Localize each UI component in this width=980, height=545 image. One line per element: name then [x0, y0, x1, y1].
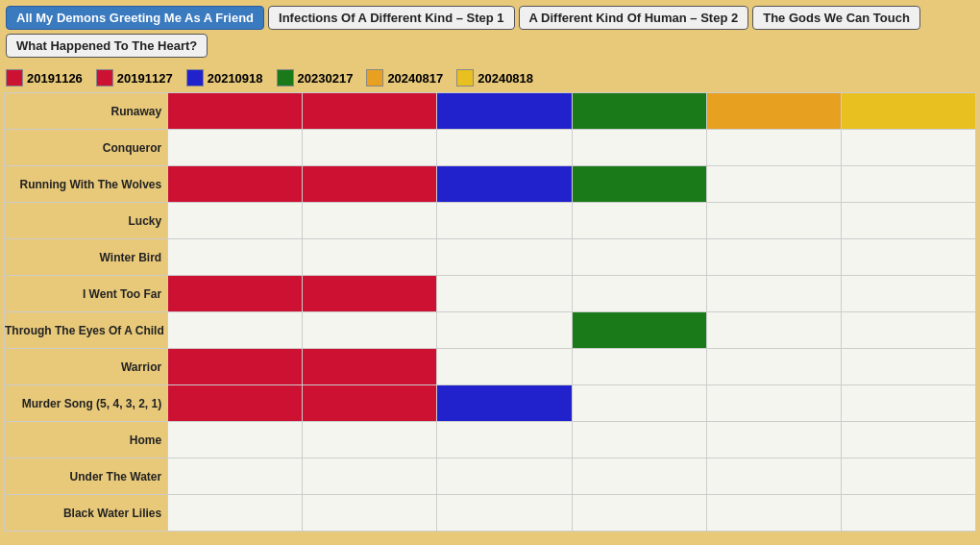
legend-item-4: 20240817 [366, 69, 443, 87]
cell-8-1 [303, 385, 437, 422]
cell-8-4 [706, 385, 841, 422]
song-label-4: Winter Bird [5, 239, 168, 276]
song-label-7: Warrior [5, 349, 168, 385]
cell-0-4 [706, 93, 841, 130]
cell-8-0 [168, 385, 303, 422]
cell-2-4 [706, 166, 841, 203]
cell-0-1 [303, 93, 437, 130]
cell-3-5 [841, 203, 975, 239]
cell-7-4 [706, 349, 841, 385]
cell-10-3 [572, 458, 706, 495]
cell-9-0 [168, 422, 303, 458]
cell-0-5 [841, 93, 975, 130]
legend-item-3: 20230217 [277, 69, 354, 87]
cell-3-0 [168, 203, 303, 239]
legend-item-5: 20240818 [456, 69, 533, 87]
cell-6-3 [572, 312, 706, 349]
cell-2-1 [303, 166, 437, 203]
cell-2-3 [572, 166, 706, 203]
cell-11-0 [168, 495, 303, 532]
cell-11-3 [572, 495, 706, 532]
cell-1-1 [303, 130, 437, 166]
nav-btn-0[interactable]: All My Demons Greeting Me As A Friend [6, 6, 264, 30]
table-row: Murder Song (5, 4, 3, 2, 1) [5, 385, 976, 422]
cell-4-3 [572, 239, 706, 276]
cell-3-4 [706, 203, 841, 239]
cell-2-2 [437, 166, 572, 203]
legend-date-4: 20240817 [387, 71, 443, 86]
cell-1-0 [168, 130, 303, 166]
cell-11-5 [841, 495, 975, 532]
song-label-10: Under The Water [5, 458, 168, 495]
cell-6-0 [168, 312, 303, 349]
legend-color-5 [456, 69, 474, 87]
song-label-0: Runaway [5, 93, 168, 130]
cell-1-2 [437, 130, 572, 166]
cell-11-4 [706, 495, 841, 532]
nav-btn-4[interactable]: What Happened To The Heart? [6, 34, 208, 58]
legend-date-5: 20240818 [478, 71, 533, 86]
cell-5-1 [303, 276, 437, 312]
cell-9-2 [437, 422, 572, 458]
cell-10-1 [303, 458, 437, 495]
cell-8-3 [572, 385, 706, 422]
cell-9-5 [841, 422, 975, 458]
cell-5-4 [706, 276, 841, 312]
cell-1-4 [706, 130, 841, 166]
cell-9-4 [706, 422, 841, 458]
cell-6-1 [303, 312, 437, 349]
cell-0-0 [168, 93, 303, 130]
cell-0-3 [572, 93, 706, 130]
table-row: Runaway [5, 93, 976, 130]
table-row: Winter Bird [5, 239, 976, 276]
cell-6-5 [841, 312, 975, 349]
table-row: Lucky [5, 203, 976, 239]
legend-item-1: 20191127 [96, 69, 173, 87]
cell-2-5 [841, 166, 975, 203]
song-label-6: Through The Eyes Of A Child [5, 312, 168, 349]
cell-10-4 [706, 458, 841, 495]
legend-date-0: 20191126 [27, 71, 83, 86]
cell-11-1 [303, 495, 437, 532]
cell-3-3 [572, 203, 706, 239]
cell-4-4 [706, 239, 841, 276]
table-row: Running With The Wolves [5, 166, 976, 203]
legend-color-0 [6, 69, 23, 87]
table-row: Conqueror [5, 130, 976, 166]
legend-color-3 [277, 69, 294, 87]
song-label-3: Lucky [5, 203, 168, 239]
table-row: Home [5, 422, 976, 458]
cell-10-5 [841, 458, 975, 495]
legend-color-1 [96, 69, 113, 87]
cell-7-5 [841, 349, 975, 385]
grid-container: RunawayConquerorRunning With The WolvesL… [0, 92, 980, 532]
cell-3-2 [437, 203, 572, 239]
cell-4-2 [437, 239, 572, 276]
cell-7-0 [168, 349, 303, 385]
table-row: Under The Water [5, 458, 976, 495]
legend-color-4 [366, 69, 383, 87]
legend-color-2 [186, 69, 204, 87]
song-label-8: Murder Song (5, 4, 3, 2, 1) [5, 385, 168, 422]
cell-1-3 [572, 130, 706, 166]
cell-9-1 [303, 422, 437, 458]
legend-item-2: 20210918 [186, 69, 263, 87]
cell-1-5 [841, 130, 975, 166]
cell-0-2 [437, 93, 572, 130]
legend: 2019112620191127202109182023021720240817… [0, 63, 980, 92]
nav-btn-1[interactable]: Infections Of A Different Kind – Step 1 [268, 6, 515, 30]
cell-11-2 [437, 495, 572, 532]
top-nav: All My Demons Greeting Me As A FriendInf… [0, 0, 980, 63]
nav-btn-3[interactable]: The Gods We Can Touch [752, 6, 920, 30]
cell-8-2 [437, 385, 572, 422]
cell-8-5 [841, 385, 975, 422]
cell-5-0 [168, 276, 303, 312]
cell-7-3 [572, 349, 706, 385]
table-row: I Went Too Far [5, 276, 976, 312]
cell-5-2 [437, 276, 572, 312]
cell-4-5 [841, 239, 975, 276]
table-row: Through The Eyes Of A Child [5, 312, 976, 349]
table-row: Warrior [5, 349, 976, 385]
legend-date-2: 20210918 [208, 71, 263, 86]
nav-btn-2[interactable]: A Different Kind Of Human – Step 2 [519, 6, 749, 30]
